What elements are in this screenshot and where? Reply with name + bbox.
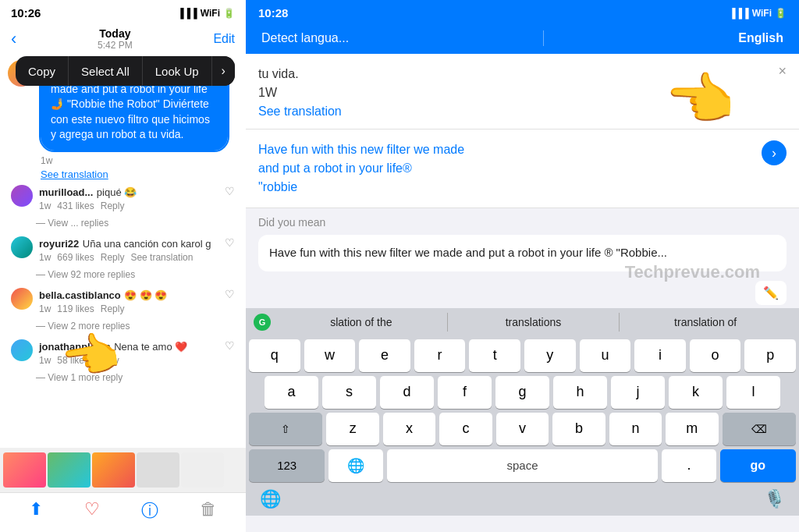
key-row-1: q w e r t y u i o p xyxy=(249,339,796,372)
grammarly-icon: G xyxy=(254,314,271,331)
key-i[interactable]: i xyxy=(634,339,686,372)
keyboard: q w e r t y u i o p a s d f g h j k l ⇧ … xyxy=(246,336,799,516)
view-more-3[interactable]: — View 2 more replies xyxy=(8,319,238,335)
heart-icon-2[interactable]: ♡ xyxy=(225,236,235,249)
avatar-3 xyxy=(11,288,33,310)
view-more-1[interactable]: — View ... replies xyxy=(8,216,238,232)
back-button[interactable]: ‹ xyxy=(11,29,16,49)
key-d[interactable]: d xyxy=(380,376,434,409)
thumbnail-4[interactable] xyxy=(137,452,179,488)
key-t[interactable]: t xyxy=(469,339,520,372)
pen-button[interactable]: ✏️ xyxy=(755,281,787,305)
key-o[interactable]: o xyxy=(690,339,741,372)
key-h[interactable]: h xyxy=(553,376,607,409)
num-key[interactable]: 123 xyxy=(249,449,325,482)
key-u[interactable]: u xyxy=(580,339,631,372)
key-c[interactable]: c xyxy=(439,413,492,445)
key-a[interactable]: a xyxy=(265,376,318,409)
key-l[interactable]: l xyxy=(726,376,780,409)
reply-link-2[interactable]: Reply xyxy=(101,252,125,263)
detect-language-button[interactable]: Detect langua... xyxy=(261,31,349,45)
key-y[interactable]: y xyxy=(524,339,576,372)
key-v[interactable]: v xyxy=(496,413,549,445)
comment-text-1: piqué 😂 xyxy=(97,186,137,198)
key-m[interactable]: m xyxy=(666,413,718,445)
context-menu-more[interactable]: › xyxy=(212,56,235,86)
delete-icon[interactable]: 🗑 xyxy=(200,499,217,523)
key-s[interactable]: s xyxy=(322,376,376,409)
comment-body-3: bella.castiblanco 😍 😍 😍 1w 119 likes Rep… xyxy=(39,288,218,314)
comment-row-2: royuri22 Uña una canción con karol g 1w … xyxy=(8,232,238,268)
see-translation-2[interactable]: See translation xyxy=(130,252,193,263)
view-more-2[interactable]: — View 92 more replies xyxy=(8,268,238,283)
did-you-mean-text: Have fun with this new filter we made an… xyxy=(258,235,787,271)
delete-key[interactable]: ⌫ xyxy=(723,413,796,445)
key-r[interactable]: r xyxy=(414,339,466,372)
key-k[interactable]: k xyxy=(669,376,723,409)
translated-text: Have fun with this new filter we made an… xyxy=(258,140,754,197)
key-e[interactable]: e xyxy=(359,339,410,372)
keyboard-suggestions: G slation of the translations translatio… xyxy=(246,308,799,336)
select-all-menu-item[interactable]: Select All xyxy=(69,56,143,86)
key-x[interactable]: x xyxy=(383,413,435,445)
wifi-icon-right: WiFi xyxy=(752,8,772,19)
key-row-3: ⇧ z x c v b n m ⌫ xyxy=(249,413,796,445)
info-icon[interactable]: ⓘ xyxy=(141,499,158,523)
shift-key[interactable]: ⇧ xyxy=(249,413,322,445)
key-f[interactable]: f xyxy=(438,376,492,409)
key-n[interactable]: n xyxy=(609,413,662,445)
see-translation-link[interactable]: See translation xyxy=(41,168,238,180)
key-q[interactable]: q xyxy=(249,339,300,372)
heart-icon-3[interactable]: ♡ xyxy=(225,288,235,300)
time-right: 10:28 xyxy=(258,6,288,20)
copy-menu-item[interactable]: Copy xyxy=(16,56,69,86)
globe-icon[interactable]: 🌐 xyxy=(260,489,281,509)
status-bar-right: 10:28 ▐▐▐ WiFi 🔋 xyxy=(246,0,799,24)
key-z[interactable]: z xyxy=(326,413,378,445)
heart-icon-1[interactable]: ♡ xyxy=(225,185,235,197)
suggestion-1[interactable]: slation of the xyxy=(275,313,448,332)
signal-icon-right: ▐▐▐ xyxy=(729,8,749,19)
go-key[interactable]: go xyxy=(720,449,796,482)
key-w[interactable]: w xyxy=(304,339,356,372)
thumbnail-1[interactable] xyxy=(3,452,46,488)
edit-button[interactable]: Edit xyxy=(213,32,235,46)
nav-bar-left: ‹ Today 5:42 PM Edit xyxy=(0,23,246,55)
status-bar-left: 10:26 ▐▐▐ WiFi 🔋 xyxy=(0,0,246,23)
thumbnail-3[interactable] xyxy=(92,452,135,488)
suggestion-2[interactable]: translations xyxy=(448,313,620,332)
comment-meta-3: 1w 119 likes Reply xyxy=(39,303,218,314)
heart-icon-4[interactable]: ♡ xyxy=(225,339,235,352)
avatar-1 xyxy=(11,185,33,207)
share-icon[interactable]: ⬆ xyxy=(29,499,43,523)
did-you-mean-label: Did you mean xyxy=(258,216,787,229)
close-button[interactable]: × xyxy=(778,63,787,80)
reply-link-1[interactable]: Reply xyxy=(101,200,125,211)
key-j[interactable]: j xyxy=(611,376,665,409)
period-key[interactable]: . xyxy=(662,449,716,482)
look-up-menu-item[interactable]: Look Up xyxy=(143,56,212,86)
thumbnail-5[interactable] xyxy=(181,452,224,488)
thumbnail-2[interactable] xyxy=(48,452,91,488)
comment-age-3: 1w xyxy=(39,303,51,314)
space-key[interactable]: space xyxy=(387,449,658,482)
pen-button-area: ✏️ xyxy=(246,276,799,308)
comment-body-2: royuri22 Uña una canción con karol g 1w … xyxy=(39,236,218,263)
key-row-2: a s d f g h j k l xyxy=(249,376,796,409)
key-b[interactable]: b xyxy=(552,413,605,445)
reply-link-3[interactable]: Reply xyxy=(101,303,125,314)
key-p[interactable]: p xyxy=(744,339,796,372)
avatar-4 xyxy=(11,339,33,361)
key-g[interactable]: g xyxy=(495,376,549,409)
next-translation-button[interactable]: › xyxy=(762,140,787,165)
left-panel: 10:26 ▐▐▐ WiFi 🔋 ‹ Today 5:42 PM Edit Co… xyxy=(0,0,246,532)
target-language-button[interactable]: English xyxy=(738,31,783,45)
did-you-mean-section: Did you mean Have fun with this new filt… xyxy=(246,208,799,276)
heart-action-icon[interactable]: ♡ xyxy=(84,499,100,523)
translate-header: Detect langua... English xyxy=(246,24,799,54)
emoji-key[interactable]: 🌐 xyxy=(328,449,382,482)
comment-likes-3: 119 likes xyxy=(57,303,94,314)
suggestion-3[interactable]: translation of xyxy=(620,313,791,332)
right-panel: 10:28 ▐▐▐ WiFi 🔋 Detect langua... Englis… xyxy=(246,0,799,532)
mic-icon[interactable]: 🎙️ xyxy=(764,489,785,509)
